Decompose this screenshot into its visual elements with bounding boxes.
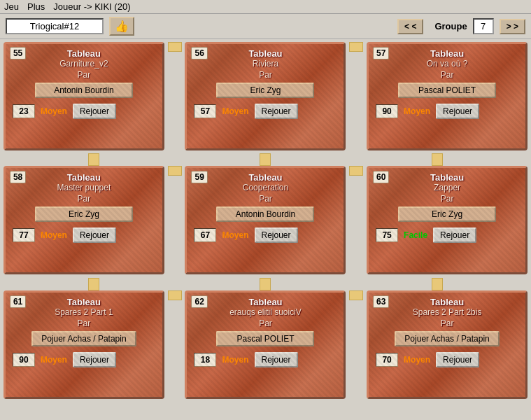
card-author-60[interactable]: Eric Zyg (398, 206, 496, 222)
card-author-62[interactable]: Pascal POLIET (216, 331, 314, 346)
card-author-63[interactable]: Pojuer Achas / Patapin (395, 331, 499, 346)
card-63: 63 Tableau Spares 2 Part 2bis Par Pojuer… (367, 290, 528, 399)
card-61: 61 Tableau Spares 2 Part 1 Par Pojuer Ac… (3, 290, 164, 399)
grid-row-1: 55 Tableau Garniture_v2 Par Antonin Bour… (3, 42, 528, 166)
score-62: 18 (194, 353, 216, 367)
cards-row-3: 61 Tableau Spares 2 Part 1 Par Pojuer Ac… (3, 290, 528, 414)
difficulty-63[interactable]: Moyen (402, 355, 432, 365)
score-55: 23 (13, 104, 35, 118)
rejouer-62[interactable]: Rejouer (255, 352, 298, 368)
score-63: 70 (376, 353, 398, 367)
menubar: Jeu Plus Joueur -> KIKI (20) (0, 0, 531, 14)
grid-row-2: 58 Tableau Master puppet Par Eric Zyg 77… (3, 166, 528, 290)
cards-row-1: 55 Tableau Garniture_v2 Par Antonin Bour… (3, 42, 528, 153)
rejouer-63[interactable]: Rejouer (436, 352, 479, 368)
difficulty-56[interactable]: Moyen (220, 106, 250, 116)
card-title-56: Tableau (248, 48, 282, 59)
card-par-63: Par (441, 318, 454, 328)
card-par-58: Par (78, 194, 91, 204)
card-author-59[interactable]: Antonin Bourdin (216, 206, 314, 222)
card-title-60: Tableau (430, 172, 464, 183)
card-subtitle-58: Master puppet (57, 183, 111, 192)
menu-jeu[interactable]: Jeu (4, 1, 19, 12)
card-title-62: Tableau (248, 297, 282, 307)
card-subtitle-63: Spares 2 Part 2bis (413, 307, 482, 317)
card-par-56: Par (259, 70, 272, 80)
card-57: 57 Tableau On va où ? Par Pascal POLIET … (367, 42, 528, 150)
card-author-61[interactable]: Pojuer Achas / Patapin (31, 331, 136, 346)
card-number-62: 62 (191, 295, 207, 308)
card-number-60: 60 (373, 171, 389, 183)
difficulty-57[interactable]: Moyen (402, 106, 432, 116)
rejouer-55[interactable]: Rejouer (73, 104, 116, 119)
card-subtitle-62: erauqs elitil suoiciV (229, 307, 302, 317)
menu-joueur[interactable]: Joueur -> KIKI (20) (53, 1, 130, 12)
card-number-56: 56 (191, 47, 207, 59)
toolbar: Triogical#12 👍 < < Groupe 7 > > (0, 14, 531, 39)
card-author-57[interactable]: Pascal POLIET (398, 83, 496, 98)
card-par-59: Par (259, 194, 272, 204)
card-number-58: 58 (10, 171, 26, 183)
thumb-button[interactable]: 👍 (109, 17, 134, 36)
card-par-60: Par (441, 194, 454, 204)
difficulty-58[interactable]: Moyen (39, 230, 69, 240)
difficulty-59[interactable]: Moyen (220, 230, 250, 240)
card-par-61: Par (78, 318, 91, 328)
card-number-63: 63 (373, 295, 389, 308)
difficulty-62[interactable]: Moyen (220, 355, 250, 365)
card-subtitle-59: Cooperation (243, 183, 288, 192)
card-footer-61: 90 Moyen Rejouer (10, 352, 158, 368)
card-56: 56 Tableau Riviera Par Eric Zyg 57 Moyen… (185, 42, 346, 150)
score-60: 75 (376, 228, 398, 242)
card-title-63: Tableau (430, 297, 464, 307)
v-connectors-1 (3, 153, 528, 166)
h-connector-1-2 (347, 42, 365, 52)
card-title-61: Tableau (67, 297, 101, 307)
nav-back-button[interactable]: < < (397, 19, 423, 34)
rejouer-56[interactable]: Rejouer (255, 104, 298, 119)
score-57: 90 (376, 104, 398, 118)
groupe-number: 7 (473, 18, 494, 34)
score-59: 67 (194, 228, 216, 242)
card-62: 62 Tableau erauqs elitil suoiciV Par Pas… (185, 290, 346, 399)
card-58: 58 Tableau Master puppet Par Eric Zyg 77… (3, 166, 164, 274)
h-connector-3-2 (347, 290, 365, 300)
card-number-61: 61 (10, 295, 26, 308)
card-author-58[interactable]: Eric Zyg (35, 206, 133, 222)
card-title-57: Tableau (430, 48, 464, 59)
card-footer-57: 90 Moyen Rejouer (373, 104, 521, 119)
card-footer-60: 75 Facile Rejouer (373, 227, 521, 243)
card-subtitle-56: Riviera (253, 59, 278, 69)
card-par-57: Par (441, 70, 454, 80)
h-connector-3-1 (166, 290, 184, 300)
rejouer-60[interactable]: Rejouer (433, 227, 476, 243)
h-connector-2-1 (166, 166, 184, 176)
card-subtitle-55: Garniture_v2 (59, 59, 108, 69)
h-connector-1-1 (166, 42, 184, 52)
rejouer-58[interactable]: Rejouer (73, 227, 116, 243)
grid-row-3: 61 Tableau Spares 2 Part 1 Par Pojuer Ac… (3, 290, 528, 414)
card-author-56[interactable]: Eric Zyg (216, 83, 314, 98)
card-author-55[interactable]: Antonin Bourdin (35, 83, 133, 98)
card-number-59: 59 (191, 171, 207, 183)
groupe-label: Groupe (434, 21, 467, 31)
difficulty-55[interactable]: Moyen (39, 106, 69, 116)
card-footer-59: 67 Moyen Rejouer (191, 227, 339, 243)
nav-forward-button[interactable]: > > (500, 19, 525, 34)
card-60: 60 Tableau Zapper Par Eric Zyg 75 Facile… (367, 166, 528, 274)
card-subtitle-61: Spares 2 Part 1 (55, 307, 113, 317)
card-footer-55: 23 Moyen Rejouer (10, 104, 158, 119)
rejouer-61[interactable]: Rejouer (73, 352, 116, 368)
card-title-55: Tableau (67, 48, 101, 59)
difficulty-61[interactable]: Moyen (39, 355, 69, 365)
rejouer-57[interactable]: Rejouer (436, 104, 479, 119)
card-59: 59 Tableau Cooperation Par Antonin Bourd… (185, 166, 346, 274)
card-title-58: Tableau (67, 172, 101, 183)
menu-plus[interactable]: Plus (27, 1, 45, 12)
score-58: 77 (13, 228, 35, 242)
card-55: 55 Tableau Garniture_v2 Par Antonin Bour… (3, 42, 164, 150)
card-par-62: Par (259, 318, 272, 328)
rejouer-59[interactable]: Rejouer (255, 227, 298, 243)
v-connectors-2 (3, 278, 528, 290)
difficulty-60[interactable]: Facile (402, 230, 429, 240)
